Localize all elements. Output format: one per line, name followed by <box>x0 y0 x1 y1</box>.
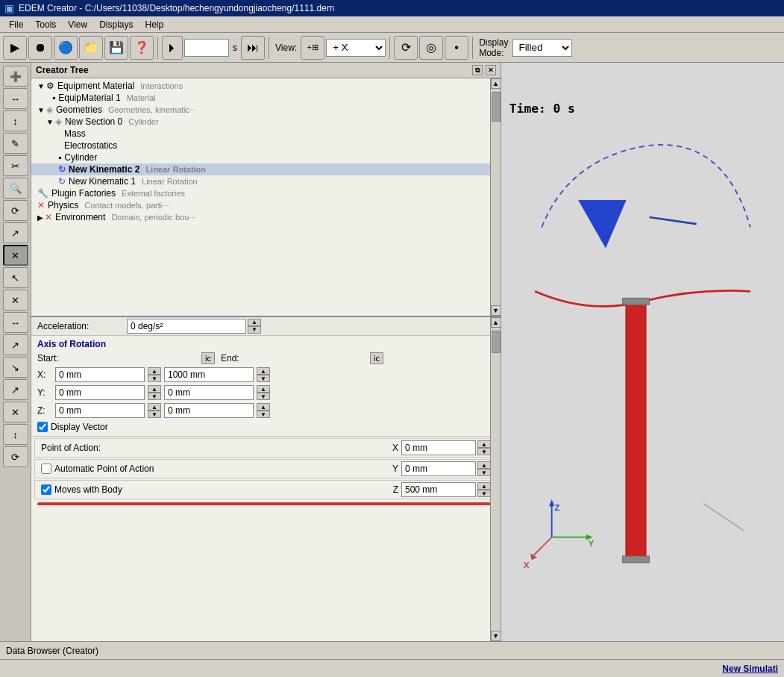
props-scroll-thumb[interactable] <box>492 331 501 353</box>
toolbar-play-btn[interactable]: ⏵ <box>162 36 183 60</box>
sidebar-btn-close1[interactable]: ✕ <box>3 245 28 266</box>
tree-close-btn[interactable]: ✕ <box>486 65 496 75</box>
view-fit-btn[interactable]: +⊞ <box>301 36 324 60</box>
x-start-spin-up[interactable]: ▲ <box>148 367 161 375</box>
y-start-spin-down[interactable]: ▼ <box>148 393 161 400</box>
menu-displays[interactable]: Displays <box>93 18 139 31</box>
sidebar-btn-arrow-v2[interactable]: ↕ <box>3 424 28 445</box>
toolbar-import-btn[interactable]: 📁 <box>79 36 103 60</box>
sidebar-btn-arrow-left[interactable]: ↖ <box>3 267 28 288</box>
accel-spin-down[interactable]: ▼ <box>248 326 261 334</box>
x-end-input[interactable] <box>164 367 254 382</box>
new-simulation-btn[interactable]: New Simulati <box>722 664 778 674</box>
tree-item-equipment-material[interactable]: ▼ ⚙ Equipment Material Interactions <box>31 80 490 92</box>
y-end-spin-down[interactable]: ▼ <box>257 393 270 400</box>
tree-scroll-up[interactable]: ▲ <box>491 78 501 89</box>
toolbar-save-btn[interactable]: 💾 <box>104 36 128 60</box>
sidebar-btn-rotate1[interactable]: ⟳ <box>3 200 28 221</box>
display-vector-checkbox[interactable] <box>37 422 48 432</box>
tree-item-geometries[interactable]: ▼ ◈ Geometries Geometries, kinematic··· <box>31 104 490 116</box>
y-end-input[interactable] <box>164 385 254 400</box>
tree-item-environment[interactable]: ▶ ✕ Environment Domain, periodic bou··· <box>31 211 490 223</box>
poa-x-spin-up[interactable]: ▲ <box>477 440 491 448</box>
props-scroll-up[interactable]: ▲ <box>491 317 501 328</box>
x-end-spin-down[interactable]: ▼ <box>257 375 270 382</box>
poa-x-input[interactable] <box>401 440 476 455</box>
moves-with-body-checkbox[interactable] <box>41 484 51 495</box>
toolbar-rotate-btn[interactable]: ⟳ <box>394 36 418 60</box>
tree-item-newkinematic1[interactable]: ↻ New Kinematic 1 Linear Rotation <box>31 175 490 187</box>
toolbar-help-btn[interactable]: ❓ <box>130 36 154 60</box>
y-start-input[interactable] <box>55 385 145 400</box>
sidebar-btn-arrow-h2[interactable]: ↔ <box>3 312 28 333</box>
viewport[interactable]: Time: 0 s <box>501 63 784 641</box>
menu-view[interactable]: View <box>62 18 93 31</box>
tree-restore-btn[interactable]: ⧉ <box>472 65 483 75</box>
view-direction-select[interactable]: + X <box>326 39 386 57</box>
tree-scroll-thumb[interactable] <box>492 92 501 122</box>
tree-item-physics[interactable]: ✕ Physics Contact models, parti··· <box>31 199 490 211</box>
y-start-spin-up[interactable]: ▲ <box>148 385 161 393</box>
menu-help[interactable]: Help <box>139 18 170 31</box>
sidebar-btn-edit[interactable]: ✎ <box>3 133 28 154</box>
time-input[interactable]: 0 <box>184 39 229 57</box>
poa-y-input[interactable] <box>401 461 476 476</box>
sidebar-btn-arrow-diag1[interactable]: ↗ <box>3 334 28 355</box>
props-scrollbar[interactable]: ▲ ▼ <box>490 317 501 641</box>
z-start-spin-down[interactable]: ▼ <box>148 411 161 418</box>
z-end-input[interactable] <box>164 403 254 418</box>
z-end-spin-up[interactable]: ▲ <box>257 403 270 411</box>
y-end-spin-up[interactable]: ▲ <box>257 385 270 393</box>
end-ic-btn[interactable]: ic <box>370 352 383 364</box>
menu-file[interactable]: File <box>3 18 29 31</box>
toolbar-circle-btn[interactable]: ◎ <box>419 36 443 60</box>
tree-item-pluginfactories[interactable]: 🔧 Plugin Factories External factories <box>31 187 490 199</box>
poa-z-spin-down[interactable]: ▼ <box>477 490 491 497</box>
sidebar-btn-add[interactable]: ➕ <box>3 66 28 87</box>
sidebar-btn-move-h[interactable]: ↔ <box>3 88 28 109</box>
x-start-spin-down[interactable]: ▼ <box>148 375 161 382</box>
tree-scrollbar[interactable]: ▲ ▼ <box>490 78 501 316</box>
sidebar-btn-close3[interactable]: ✕ <box>3 402 28 422</box>
props-scroll-down[interactable]: ▼ <box>491 631 501 641</box>
start-ic-btn[interactable]: ic <box>201 352 215 364</box>
x-end-spin-up[interactable]: ▲ <box>257 367 270 375</box>
x-start-input[interactable] <box>55 367 145 382</box>
accel-spin-up[interactable]: ▲ <box>248 319 261 326</box>
sidebar-btn-cut[interactable]: ✂ <box>3 155 28 176</box>
sidebar-btn-rotate2[interactable]: ⟳ <box>3 446 28 467</box>
tree-arrow-environment[interactable]: ▶ <box>37 213 43 222</box>
tree-scroll-down[interactable]: ▼ <box>491 305 501 316</box>
auto-poa-checkbox[interactable] <box>41 464 51 474</box>
tree-item-newkinematic2[interactable]: ↻ New Kinematic 2 Linear Rotation <box>31 163 490 175</box>
tree-item-electrostatics[interactable]: Electrostatics <box>31 140 490 152</box>
z-end-spin-down[interactable]: ▼ <box>257 411 270 418</box>
tree-arrow-geometries[interactable]: ▼ <box>37 106 45 114</box>
tree-item-newsection0[interactable]: ▼ ◈ New Section 0 Cylinder <box>31 116 490 128</box>
tree-arrow-equipment[interactable]: ▼ <box>37 82 45 90</box>
poa-z-spin-up[interactable]: ▲ <box>477 482 491 490</box>
tree-item-mass[interactable]: Mass <box>31 128 490 140</box>
poa-y-spin-up[interactable]: ▲ <box>477 461 491 469</box>
sidebar-btn-arrow-diag2[interactable]: ↘ <box>3 357 28 378</box>
tree-arrow-newsection[interactable]: ▼ <box>46 118 54 126</box>
toolbar-shape-btn[interactable]: 🔵 <box>54 36 78 60</box>
tree-item-equipmaterial1[interactable]: ▪ EquipMaterial 1 Material <box>31 92 490 104</box>
tree-item-cylinder[interactable]: ▪ Cylinder <box>31 152 490 163</box>
z-start-spin-up[interactable]: ▲ <box>148 403 161 411</box>
sidebar-btn-move-v[interactable]: ↕ <box>3 110 28 131</box>
toolbar-dot-btn[interactable]: • <box>445 36 468 60</box>
poa-y-spin-down[interactable]: ▼ <box>477 469 491 476</box>
sidebar-btn-arrow-diag3[interactable]: ↗ <box>3 379 28 400</box>
toolbar-record-btn[interactable]: ⏺ <box>28 36 52 60</box>
display-mode-select[interactable]: Filled <box>512 39 572 57</box>
acceleration-input[interactable] <box>127 319 246 334</box>
poa-z-input[interactable] <box>401 482 476 497</box>
toolbar-run-btn[interactable]: ▶ <box>3 36 27 60</box>
poa-x-spin-down[interactable]: ▼ <box>477 448 491 455</box>
toolbar-end-btn[interactable]: ⏭ <box>241 36 265 60</box>
sidebar-btn-close2[interactable]: ✕ <box>3 290 28 311</box>
menu-tools[interactable]: Tools <box>29 18 62 31</box>
sidebar-btn-search[interactable]: 🔍 <box>3 178 28 199</box>
z-start-input[interactable] <box>55 403 145 418</box>
